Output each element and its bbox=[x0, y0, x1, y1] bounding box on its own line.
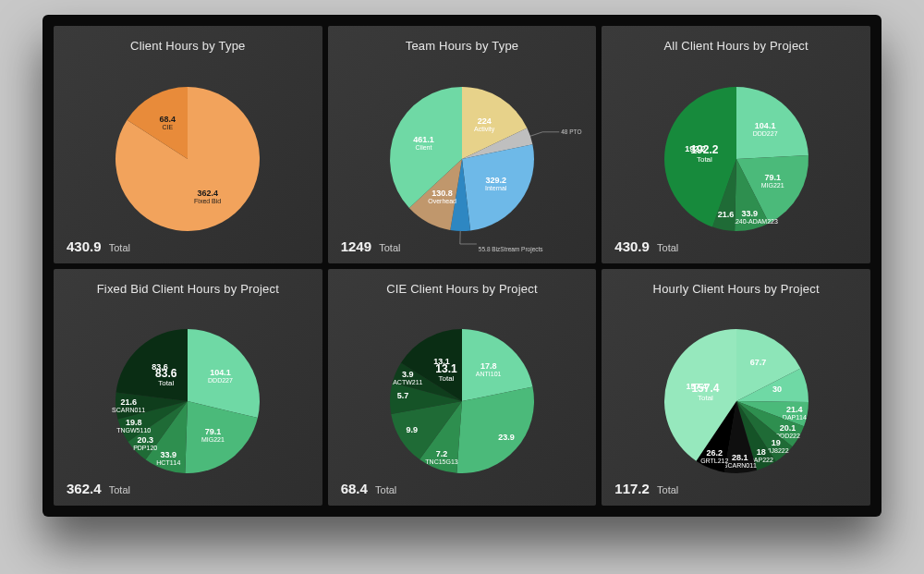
pie-slice[interactable] bbox=[462, 144, 534, 230]
pie-chart[interactable]: 17.8ANTI10123.97.2TNC15G139.95.73.9ACTW2… bbox=[328, 301, 597, 507]
pie-slice[interactable] bbox=[736, 87, 808, 159]
panel-title: Team Hours by Type bbox=[406, 39, 519, 53]
pie-svg: 17.8ANTI10123.97.2TNC15G139.95.73.9ACTW2… bbox=[360, 320, 564, 486]
pie-chart[interactable]: 362.4Fixed Bid68.4CIE bbox=[54, 58, 322, 263]
svg-text:48 PTO: 48 PTO bbox=[561, 128, 581, 135]
panel-title: CIE Client Hours by Project bbox=[386, 282, 538, 296]
panel-total: 362.4 Total bbox=[67, 481, 130, 496]
panel-all-client-hours-by-project: All Client Hours by Project 104.1DDD2277… bbox=[602, 26, 870, 263]
panel-title: Fixed Bid Client Hours by Project bbox=[97, 282, 279, 296]
panel-cie-client-hours-by-project: CIE Client Hours by Project 17.8ANTI1012… bbox=[328, 269, 597, 507]
dashboard-screen: Client Hours by Type 362.4Fixed Bid68.4C… bbox=[43, 15, 881, 517]
panel-team-hours-by-type: Team Hours by Type 224Activity48 PTO329.… bbox=[328, 26, 597, 263]
panel-title: Client Hours by Type bbox=[130, 39, 245, 53]
panel-total: 430.9 Total bbox=[67, 238, 130, 254]
pie-svg: 104.1DDD22779.1MIG22133.9ISCL240-ADAM223… bbox=[635, 78, 838, 244]
panel-total: 117.2 Total bbox=[614, 481, 678, 496]
pie-slice[interactable] bbox=[456, 387, 534, 473]
pie-chart[interactable]: 224Activity48 PTO329.2Internal55.8 BizSt… bbox=[328, 58, 597, 263]
panel-client-hours-by-type: Client Hours by Type 362.4Fixed Bid68.4C… bbox=[54, 26, 322, 263]
pie-slice[interactable] bbox=[116, 329, 188, 401]
pie-chart[interactable]: 104.1DDD22779.1MIG22133.9ISCL240-ADAM223… bbox=[602, 58, 870, 263]
panel-total: 430.9 Total bbox=[614, 238, 678, 254]
pie-chart[interactable]: 104.1DDD22779.1MIG22133.9HCT11420.3PDP12… bbox=[54, 301, 322, 507]
panel-hourly-client-hours-by-project: Hourly Client Hours by Project 67.73021.… bbox=[602, 269, 870, 507]
svg-text:83.6Total: 83.6Total bbox=[155, 367, 177, 387]
panel-total: 1249 Total bbox=[341, 238, 401, 254]
panel-title: Hourly Client Hours by Project bbox=[653, 282, 820, 296]
panel-total: 68.4 Total bbox=[341, 481, 397, 496]
svg-text:55.8 BizStream Projects: 55.8 BizStream Projects bbox=[479, 246, 543, 253]
pie-svg: 362.4Fixed Bid68.4CIE bbox=[86, 78, 289, 244]
panel-title: All Client Hours by Project bbox=[663, 39, 808, 53]
pie-svg: 104.1DDD22779.1MIG22133.9HCT11420.3PDP12… bbox=[86, 320, 289, 486]
svg-text:13.1Total: 13.1Total bbox=[435, 363, 457, 384]
pie-svg: 67.73021.4DAP11420.1DDD22219WIJ822218DAP… bbox=[635, 320, 838, 486]
panel-fixed-bid-client-hours-by-project: Fixed Bid Client Hours by Project 104.1D… bbox=[54, 269, 322, 507]
pie-svg: 224Activity48 PTO329.2Internal55.8 BizSt… bbox=[360, 78, 564, 244]
pie-chart[interactable]: 67.73021.4DAP11420.1DDD22219WIJ822218DAP… bbox=[602, 301, 870, 507]
